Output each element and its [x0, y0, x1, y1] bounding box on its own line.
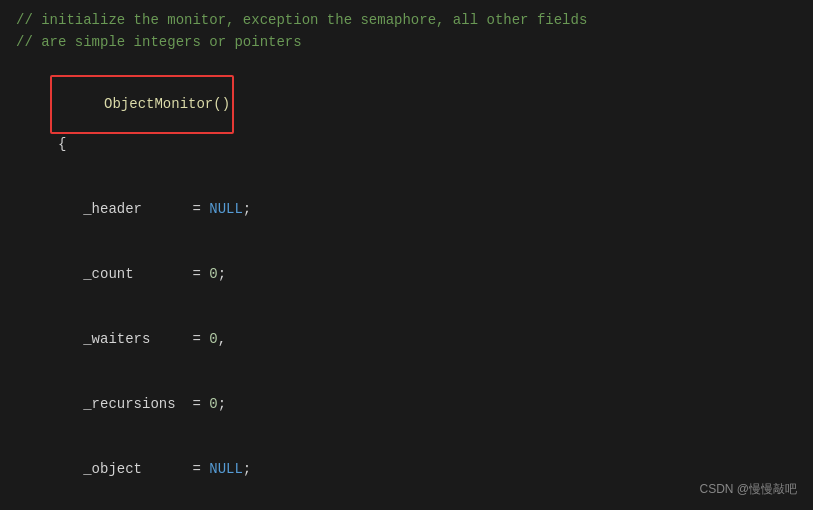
constructor-name: ObjectMonitor()	[104, 96, 230, 112]
constructor-line: ObjectMonitor() {	[16, 53, 797, 177]
field-recursions: _recursions = 0;	[16, 373, 797, 438]
brace-open: {	[50, 136, 67, 152]
field-object: _object = NULL;	[16, 438, 797, 503]
comment-line-1: // initialize the monitor, exception the…	[16, 10, 797, 32]
comment-line-2: // are simple integers or pointers	[16, 32, 797, 54]
watermark: CSDN @慢慢敲吧	[699, 481, 797, 498]
constructor-highlight: ObjectMonitor()	[50, 75, 234, 134]
field-count: _count = 0;	[16, 243, 797, 308]
field-owner: _owner = NULL;	[16, 503, 797, 510]
code-container: // initialize the monitor, exception the…	[0, 0, 813, 510]
field-waiters: _waiters = 0,	[16, 308, 797, 373]
field-header: _header = NULL;	[16, 178, 797, 243]
